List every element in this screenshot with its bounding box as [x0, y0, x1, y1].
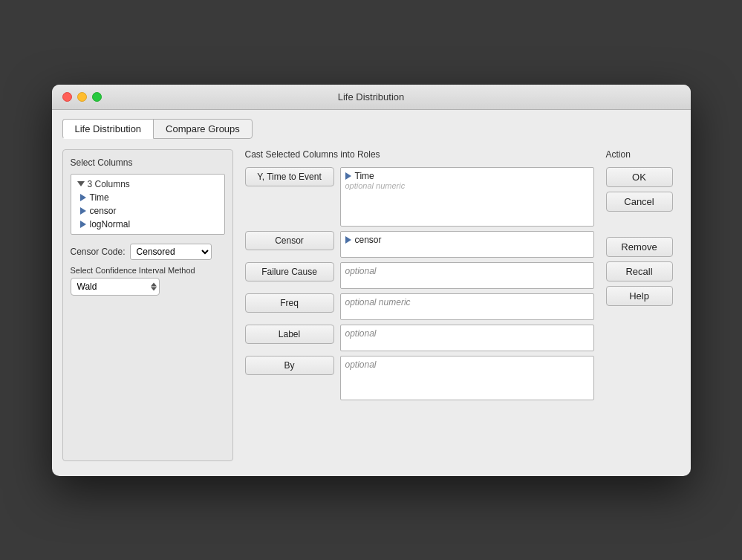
- columns-group-header: 3 Columns: [74, 178, 221, 191]
- role-value-censor: censor: [355, 235, 382, 245]
- cancel-button[interactable]: Cancel: [606, 192, 673, 212]
- action-panel: Action OK Cancel Remove Recall Help: [606, 149, 680, 461]
- window-body: Life Distribution Compare Groups Select …: [52, 110, 691, 476]
- remove-button[interactable]: Remove: [606, 237, 673, 257]
- help-button[interactable]: Help: [606, 286, 673, 306]
- role-placeholder-by: optional: [345, 359, 377, 370]
- column-icon: [345, 172, 351, 180]
- column-label: censor: [90, 206, 117, 216]
- role-item-censor: censor: [345, 235, 589, 245]
- role-sub-label-time: optional numeric: [345, 181, 589, 190]
- select-columns-title: Select Columns: [71, 157, 225, 168]
- role-row-failure-cause: Failure Cause optional: [245, 262, 594, 289]
- cast-columns-title: Cast Selected Columns into Roles: [245, 149, 594, 160]
- role-value-time: Time: [355, 171, 374, 181]
- role-zone-time-to-event[interactable]: Time optional numeric: [340, 167, 594, 227]
- role-row-by: By optional: [245, 356, 594, 400]
- column-label: logNormal: [90, 219, 131, 229]
- role-placeholder-failure-cause: optional: [345, 266, 377, 276]
- role-button-time-to-event[interactable]: Y, Time to Event: [245, 167, 334, 186]
- minimize-button[interactable]: [77, 92, 87, 102]
- title-bar: Life Distribution: [52, 85, 691, 110]
- wald-select-wrapper: Wald: [71, 278, 160, 296]
- censor-code-row: Censor Code: Censored: [71, 244, 225, 260]
- ci-method-select[interactable]: Wald: [71, 278, 160, 296]
- role-row-censor: Censor censor: [245, 231, 594, 258]
- column-item-censor[interactable]: censor: [74, 204, 221, 218]
- role-placeholder-freq: optional numeric: [345, 297, 411, 307]
- window-title: Life Distribution: [338, 91, 405, 102]
- role-zone-failure-cause[interactable]: optional: [340, 262, 594, 289]
- columns-group-label: 3 Columns: [88, 179, 130, 189]
- main-window: Life Distribution Life Distribution Comp…: [52, 85, 691, 476]
- tab-life-distribution[interactable]: Life Distribution: [62, 119, 154, 139]
- collapse-icon: [77, 181, 85, 186]
- action-title: Action: [606, 149, 680, 160]
- censor-code-label: Censor Code:: [71, 247, 126, 257]
- role-zone-label[interactable]: optional: [340, 325, 594, 351]
- column-label: Time: [90, 192, 109, 203]
- role-zone-censor[interactable]: censor: [340, 231, 594, 258]
- role-item-time: Time: [345, 171, 589, 181]
- columns-list-box: 3 Columns Time censor logNormal: [71, 174, 225, 235]
- ok-button[interactable]: OK: [606, 167, 673, 187]
- role-row-freq: Freq optional numeric: [245, 293, 594, 320]
- recall-button[interactable]: Recall: [606, 261, 673, 281]
- role-row-label: Label optional: [245, 325, 594, 351]
- maximize-button[interactable]: [92, 92, 102, 102]
- close-button[interactable]: [62, 92, 72, 102]
- ci-method-label: Select Confidence Interval Method: [71, 266, 225, 275]
- cast-columns-panel: Cast Selected Columns into Roles Y, Time…: [245, 149, 594, 461]
- column-icon: [80, 194, 86, 201]
- column-icon: [345, 236, 351, 244]
- censor-code-select[interactable]: Censored: [130, 244, 212, 260]
- select-columns-panel: Select Columns 3 Columns Time censor: [62, 149, 233, 461]
- role-button-freq[interactable]: Freq: [245, 293, 334, 313]
- role-button-by[interactable]: By: [245, 356, 334, 375]
- tab-bar: Life Distribution Compare Groups: [62, 119, 680, 139]
- role-button-failure-cause[interactable]: Failure Cause: [245, 262, 334, 281]
- column-item-time[interactable]: Time: [74, 191, 221, 204]
- role-zone-by[interactable]: optional: [340, 356, 594, 400]
- main-content: Select Columns 3 Columns Time censor: [62, 149, 680, 461]
- role-row-time-to-event: Y, Time to Event Time optional numeric: [245, 167, 594, 227]
- column-icon: [80, 221, 86, 228]
- role-zone-freq[interactable]: optional numeric: [340, 293, 594, 320]
- traffic-lights: [62, 92, 102, 102]
- role-button-label[interactable]: Label: [245, 325, 334, 344]
- role-button-censor[interactable]: Censor: [245, 231, 334, 250]
- role-placeholder-label: optional: [345, 328, 377, 339]
- column-item-lognormal[interactable]: logNormal: [74, 218, 221, 231]
- tab-compare-groups[interactable]: Compare Groups: [153, 119, 253, 139]
- column-icon: [80, 207, 86, 215]
